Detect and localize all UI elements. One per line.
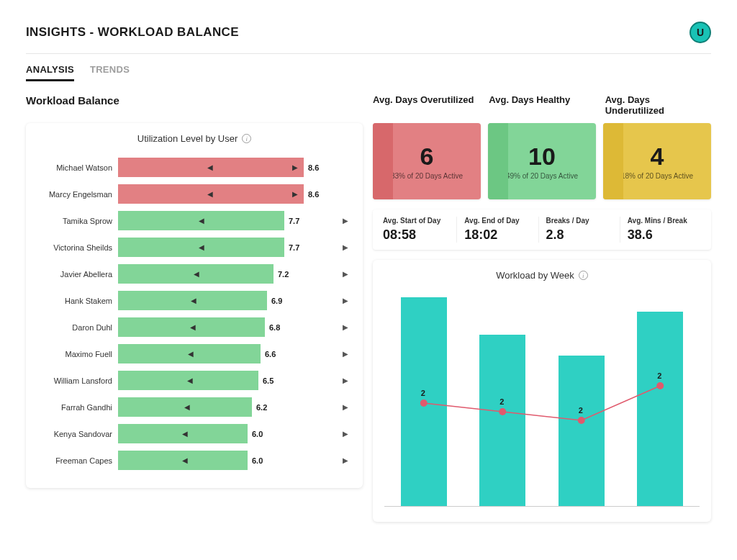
bar-fill[interactable]: ◀ bbox=[118, 317, 265, 337]
kpi-under-sub: 18% of 20 Days Active bbox=[621, 172, 693, 180]
bar-track: ◀▶8.6 bbox=[118, 158, 351, 177]
kpi-over-sub: 33% of 20 Days Active bbox=[391, 172, 463, 180]
caret-left-icon: ◀ bbox=[187, 376, 193, 384]
stat-mins-value: 38.6 bbox=[628, 227, 701, 243]
bar-user-label: Marcy Engelsman bbox=[37, 190, 118, 199]
bar-fill[interactable]: ◀ bbox=[118, 291, 267, 310]
bar-user-label: Hank Stakem bbox=[37, 297, 118, 305]
bar-fill[interactable]: ◀ bbox=[118, 344, 261, 363]
caret-right-icon: ▶ bbox=[343, 270, 348, 278]
bar-track: ◀6.8▶ bbox=[118, 317, 351, 337]
bar-row: Hank Stakem◀6.9▶ bbox=[37, 287, 351, 314]
caret-left-icon: ◀ bbox=[194, 270, 199, 278]
stat-breaks-label: Breaks / Day bbox=[546, 217, 620, 225]
bar-row: Maximo Fuell◀6.6▶ bbox=[37, 340, 351, 367]
week-bar[interactable] bbox=[637, 312, 683, 506]
bar-track: ◀7.2▶ bbox=[118, 264, 351, 284]
bar-row: Daron Duhl◀6.8▶ bbox=[37, 314, 351, 340]
stat-mins-label: Avg. Mins / Break bbox=[628, 217, 701, 225]
kpi-healthy-sub: 49% of 20 Days Active bbox=[506, 172, 578, 180]
bar-user-label: William Lansford bbox=[37, 376, 118, 385]
week-bar[interactable] bbox=[479, 335, 525, 506]
caret-left-icon: ◀ bbox=[191, 297, 196, 304]
stats-card: Avg. Start of Day 08:58 Avg. End of Day … bbox=[373, 209, 711, 250]
caret-right-icon: ▶ bbox=[343, 376, 348, 384]
bar-value: 6.2 bbox=[256, 403, 267, 412]
caret-left-icon: ◀ bbox=[199, 243, 204, 251]
caret-right-icon: ▶ bbox=[343, 243, 348, 251]
kpi-card-underutilized: 4 18% of 20 Days Active bbox=[603, 123, 711, 199]
bar-user-label: Freeman Capes bbox=[37, 456, 118, 465]
bar-fill[interactable]: ◀ bbox=[118, 264, 273, 284]
week-line-point-label: 2 bbox=[421, 389, 425, 397]
caret-right-icon: ▶ bbox=[343, 403, 348, 411]
caret-right-icon: ▶ bbox=[343, 323, 348, 331]
bar-value: 6.8 bbox=[269, 323, 280, 332]
bar-fill[interactable]: ◀ bbox=[118, 424, 248, 443]
bar-track: ◀6.9▶ bbox=[118, 291, 351, 310]
kpi-shade bbox=[603, 123, 623, 199]
caret-right-icon: ▶ bbox=[343, 456, 348, 464]
bar-row: Tamika Sprow◀7.7▶ bbox=[37, 207, 351, 234]
avatar[interactable]: U bbox=[689, 22, 711, 43]
bar-user-label: Tamika Sprow bbox=[37, 217, 118, 225]
bar-fill[interactable]: ◀ bbox=[118, 371, 258, 390]
bar-fill[interactable]: ◀ bbox=[118, 397, 252, 417]
bar-user-label: Kenya Sandovar bbox=[37, 430, 118, 438]
stat-start-value: 08:58 bbox=[383, 227, 456, 243]
caret-left-icon: ◀ bbox=[207, 163, 213, 171]
bar-fill[interactable]: ◀ bbox=[118, 451, 248, 470]
kpi-over-value: 6 bbox=[420, 143, 434, 171]
week-bar[interactable] bbox=[559, 356, 605, 506]
bar-fill[interactable]: ◀ bbox=[118, 211, 284, 230]
bar-row: Farrah Gandhi◀6.2▶ bbox=[37, 394, 351, 420]
stat-start-label: Avg. Start of Day bbox=[383, 217, 456, 225]
bar-user-label: Maximo Fuell bbox=[37, 350, 118, 358]
bar-fill[interactable]: ◀ bbox=[118, 238, 284, 257]
tab-analysis[interactable]: ANALYSIS bbox=[26, 64, 74, 81]
bar-track: ◀6.6▶ bbox=[118, 344, 351, 363]
utilization-by-user-card: Utilization Level by User i Michael Wats… bbox=[26, 123, 363, 488]
bar-track: ◀7.7▶ bbox=[118, 211, 351, 230]
kpi-shade bbox=[373, 123, 393, 199]
bar-value: 7.2 bbox=[278, 270, 289, 279]
bar-value: 7.7 bbox=[289, 217, 299, 225]
bar-user-label: Daron Duhl bbox=[37, 323, 118, 332]
stat-end-value: 18:02 bbox=[464, 227, 538, 243]
kpi-title-over: Avg. Days Overutilized bbox=[373, 94, 479, 116]
tab-trends[interactable]: TRENDS bbox=[90, 64, 130, 81]
caret-right-icon: ▶ bbox=[292, 190, 298, 198]
tabs: ANALYSIS TRENDS bbox=[26, 64, 711, 81]
caret-left-icon: ◀ bbox=[190, 323, 196, 331]
bar-track: ◀6.0▶ bbox=[118, 451, 351, 470]
bar-fill[interactable]: ◀▶ bbox=[118, 158, 304, 177]
bar-row: Javier Abellera◀7.2▶ bbox=[37, 261, 351, 287]
bar-user-label: Victorina Sheilds bbox=[37, 243, 118, 252]
caret-right-icon: ▶ bbox=[343, 217, 348, 225]
bar-fill[interactable]: ◀▶ bbox=[118, 184, 304, 204]
chart-title-week: Workload by Week bbox=[496, 270, 574, 281]
bar-track: ◀▶8.6 bbox=[118, 184, 351, 204]
caret-left-icon: ◀ bbox=[184, 403, 190, 411]
bar-row: Kenya Sandovar◀6.0▶ bbox=[37, 420, 351, 447]
week-line-point-label: 2 bbox=[579, 406, 583, 415]
info-icon[interactable]: i bbox=[242, 134, 251, 143]
caret-left-icon: ◀ bbox=[182, 456, 188, 464]
caret-right-icon: ▶ bbox=[343, 430, 348, 438]
caret-left-icon: ◀ bbox=[188, 350, 194, 358]
bar-track: ◀7.7▶ bbox=[118, 238, 351, 257]
week-line-point-label: 2 bbox=[657, 371, 661, 380]
caret-right-icon: ▶ bbox=[292, 163, 298, 171]
stat-end-label: Avg. End of Day bbox=[464, 217, 538, 225]
workload-by-week-card: Workload by Week i 2222 bbox=[373, 260, 711, 522]
section-title-workload-balance: Workload Balance bbox=[26, 94, 363, 116]
week-bar[interactable] bbox=[401, 297, 447, 506]
kpi-card-healthy: 10 49% of 20 Days Active bbox=[488, 123, 596, 199]
bar-row: Marcy Engelsman◀▶8.6 bbox=[37, 181, 351, 207]
bar-track: ◀6.0▶ bbox=[118, 424, 351, 443]
bar-value: 6.0 bbox=[252, 456, 263, 465]
bar-value: 6.0 bbox=[252, 430, 263, 438]
info-icon[interactable]: i bbox=[579, 271, 588, 280]
bar-value: 6.5 bbox=[263, 376, 273, 385]
bar-row: William Lansford◀6.5▶ bbox=[37, 367, 351, 394]
